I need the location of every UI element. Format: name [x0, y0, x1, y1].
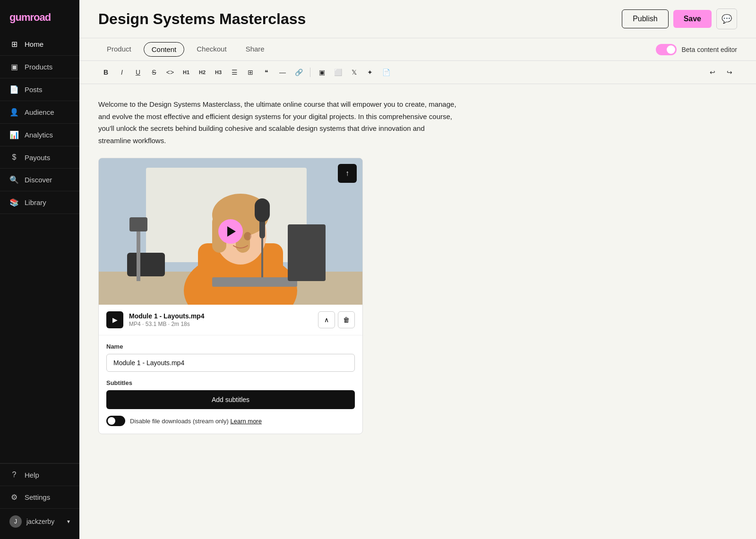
- underline-button[interactable]: U: [130, 65, 146, 80]
- sidebar-item-analytics[interactable]: 📊 Analytics: [0, 124, 79, 146]
- username: jackzerby: [26, 518, 54, 525]
- disable-downloads-toggle[interactable]: [106, 416, 125, 426]
- sidebar-item-label: Audience: [25, 108, 54, 116]
- file-details: Module 1 - Layouts.mp4 MP4 · 53.1 MB · 2…: [129, 312, 318, 327]
- beta-label: Beta content editor: [681, 46, 737, 53]
- analytics-icon: 📊: [9, 130, 19, 139]
- posts-icon: 📄: [9, 85, 19, 94]
- file-separator: ·: [142, 321, 146, 327]
- beta-toggle-switch[interactable]: [656, 44, 677, 55]
- content-tabs: Product Content Checkout Share Beta cont…: [79, 38, 756, 61]
- sidebar-item-label: Discover: [25, 176, 52, 184]
- help-icon: ?: [9, 471, 19, 479]
- video-button[interactable]: ⬜: [330, 65, 345, 80]
- delete-button[interactable]: 🗑: [338, 311, 355, 328]
- sidebar-item-label: Home: [25, 40, 43, 48]
- logo-text: gumroad: [9, 11, 51, 23]
- file-button[interactable]: 📄: [378, 65, 394, 80]
- editor-toolbar: B I U S <> H1 H2 H3 ☰ ⊞ ❝ — 🔗 ▣ ⬜ 𝕏 ✦ 📄 …: [79, 61, 756, 84]
- sidebar-item-posts[interactable]: 📄 Posts: [0, 78, 79, 101]
- file-name: Module 1 - Layouts.mp4: [129, 312, 318, 320]
- ordered-list-button[interactable]: ⊞: [243, 65, 258, 80]
- file-size: 53.1 MB: [146, 321, 167, 327]
- home-icon: ⊞: [9, 40, 19, 49]
- strikethrough-button[interactable]: S: [146, 65, 162, 80]
- sidebar-nav: ⊞ Home ▣ Products 📄 Posts 👤 Audience 📊 A…: [0, 33, 79, 463]
- audience-icon: 👤: [9, 108, 19, 117]
- products-icon: ▣: [9, 62, 19, 71]
- tab-product[interactable]: Product: [98, 38, 140, 60]
- video-thumbnail: ↑: [99, 158, 362, 305]
- chevron-down-icon: ▾: [67, 518, 70, 525]
- sidebar-item-library[interactable]: 📚 Library: [0, 191, 79, 214]
- avatar: J: [9, 515, 22, 528]
- settings-icon: ⚙: [9, 493, 19, 502]
- bold-button[interactable]: B: [98, 65, 113, 80]
- header: Design Systems Masterclass Publish Save …: [79, 0, 756, 38]
- file-type-icon: ▶: [106, 311, 123, 328]
- disable-downloads-label: Disable file downloads (stream only) Lea…: [130, 418, 262, 425]
- file-info-row: ▶ Module 1 - Layouts.mp4 MP4 · 53.1 MB ·…: [99, 305, 362, 335]
- upload-icon: ↑: [345, 169, 349, 178]
- blockquote-button[interactable]: ❝: [259, 65, 274, 80]
- sidebar-item-label: Analytics: [25, 131, 53, 139]
- tab-checkout[interactable]: Checkout: [188, 38, 235, 60]
- chat-icon-button[interactable]: 💬: [716, 9, 737, 29]
- tab-share[interactable]: Share: [237, 38, 273, 60]
- name-input[interactable]: [106, 354, 355, 372]
- toolbar-separator: [310, 68, 310, 77]
- code-button[interactable]: <>: [163, 65, 178, 80]
- publish-button[interactable]: Publish: [622, 9, 668, 28]
- file-meta: MP4 · 53.1 MB · 2m 18s: [129, 321, 318, 327]
- sidebar-item-label: Posts: [25, 86, 43, 94]
- discover-icon: 🔍: [9, 175, 19, 184]
- library-icon: 📚: [9, 198, 19, 207]
- link-button[interactable]: 🔗: [291, 65, 306, 80]
- play-button[interactable]: [218, 219, 243, 244]
- sidebar-bottom: ? Help ⚙ Settings J jackzerby ▾: [0, 463, 79, 539]
- sidebar-item-help[interactable]: ? Help: [0, 463, 79, 486]
- intro-paragraph: Welcome to the Design Systems Masterclas…: [98, 98, 457, 146]
- toolbar-tools: B I U S <> H1 H2 H3 ☰ ⊞ ❝ — 🔗 ▣ ⬜ 𝕏 ✦ 📄: [98, 65, 394, 80]
- user-profile[interactable]: J jackzerby ▾: [0, 508, 79, 534]
- sparkle-button[interactable]: ✦: [362, 65, 378, 80]
- subtitles-label: Subtitles: [106, 379, 355, 386]
- chevron-up-icon: ∧: [324, 316, 329, 324]
- svg-rect-13: [255, 198, 270, 222]
- file-type: MP4: [129, 321, 141, 327]
- toolbar-history: ↩ ↪: [705, 65, 737, 80]
- learn-more-link[interactable]: Learn more: [230, 418, 261, 425]
- save-button[interactable]: Save: [673, 10, 712, 28]
- tab-content[interactable]: Content: [144, 42, 185, 57]
- editor-content: Welcome to the Design Systems Masterclas…: [79, 84, 756, 539]
- sidebar-item-payouts[interactable]: $ Payouts: [0, 146, 79, 169]
- svg-rect-17: [127, 253, 165, 276]
- bullet-list-button[interactable]: ☰: [227, 65, 242, 80]
- h2-button[interactable]: H2: [195, 65, 210, 80]
- sidebar-item-settings[interactable]: ⚙ Settings: [0, 486, 79, 508]
- sidebar-item-label: Settings: [25, 493, 50, 501]
- sidebar-item-audience[interactable]: 👤 Audience: [0, 101, 79, 124]
- italic-button[interactable]: I: [114, 65, 129, 80]
- sidebar-item-products[interactable]: ▣ Products: [0, 56, 79, 78]
- move-up-button[interactable]: ∧: [318, 311, 335, 328]
- header-actions: Publish Save 💬: [622, 9, 737, 29]
- divider-button[interactable]: —: [275, 65, 290, 80]
- add-subtitles-button[interactable]: Add subtitles: [106, 390, 355, 409]
- image-button[interactable]: ▣: [314, 65, 329, 80]
- twitter-button[interactable]: 𝕏: [346, 65, 361, 80]
- logo: gumroad: [0, 0, 79, 33]
- redo-button[interactable]: ↪: [722, 65, 737, 80]
- chat-icon: 💬: [722, 14, 732, 24]
- svg-rect-15: [212, 277, 297, 287]
- sidebar-item-label: Library: [25, 198, 46, 206]
- h3-button[interactable]: H3: [211, 65, 226, 80]
- svg-rect-19: [129, 217, 147, 231]
- h1-button[interactable]: H1: [179, 65, 194, 80]
- upload-button[interactable]: ↑: [338, 164, 357, 183]
- sidebar-item-discover[interactable]: 🔍 Discover: [0, 169, 79, 191]
- sidebar-item-home[interactable]: ⊞ Home: [0, 33, 79, 56]
- sidebar-item-label: Payouts: [25, 154, 50, 162]
- main-content: Design Systems Masterclass Publish Save …: [79, 0, 756, 539]
- undo-button[interactable]: ↩: [705, 65, 720, 80]
